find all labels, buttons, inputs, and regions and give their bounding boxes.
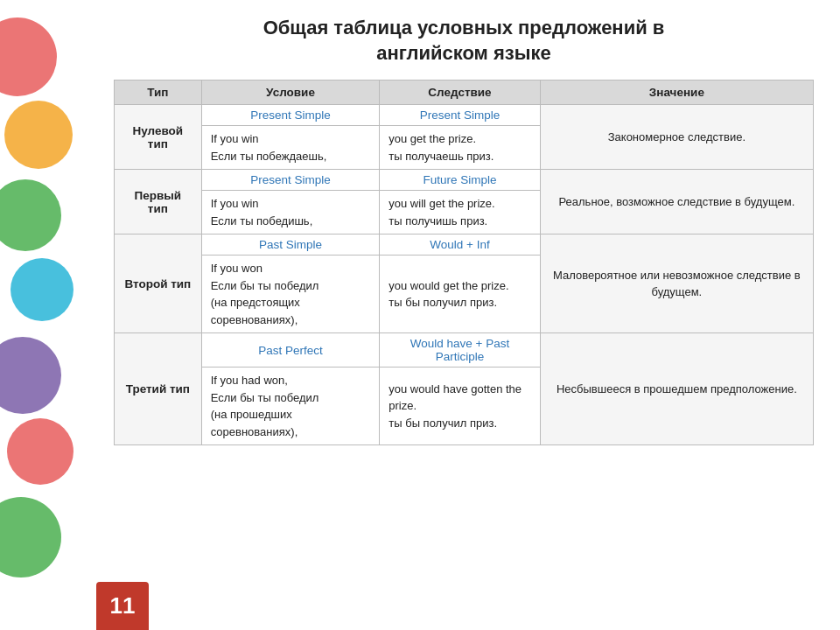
third-result-tense: Would have + Past Participle <box>380 333 540 368</box>
table-row: Первый тип Present Simple Future Simple … <box>115 170 814 191</box>
zero-result-example: you get the prize.ты получаешь приз. <box>380 126 540 170</box>
first-condition-tense: Present Simple <box>201 170 380 191</box>
first-result-tense: Future Simple <box>380 170 540 191</box>
table-row: Нулевой тип Present Simple Present Simpl… <box>115 105 814 126</box>
main-content: Общая таблица условных предложений в анг… <box>96 0 840 630</box>
second-condition-tense: Past Simple <box>201 234 380 256</box>
zero-condition-example: If you winЕсли ты побеждаешь, <box>201 126 380 170</box>
second-condition-example: If you wonЕсли бы ты победил(на предстоя… <box>201 256 380 333</box>
first-meaning: Реальное, возможное следствие в будущем. <box>540 170 813 234</box>
type-first: Первый тип <box>115 170 202 234</box>
type-second: Второй тип <box>115 234 202 333</box>
second-result-tense: Would + Inf <box>380 234 540 256</box>
table-row: Третий тип Past Perfect Would have + Pas… <box>115 333 814 368</box>
third-result-example: you would have gotten the prize.ты бы по… <box>380 368 540 445</box>
conditional-table: Тип Условие Следствие Значение Нулевой т… <box>114 80 814 445</box>
table-header-row: Тип Условие Следствие Значение <box>115 80 814 105</box>
zero-condition-tense: Present Simple <box>201 105 380 126</box>
second-result-example: you would get the prize.ты бы получил пр… <box>380 256 540 333</box>
first-condition-example: If you winЕсли ты победишь, <box>201 191 380 234</box>
zero-result-tense: Present Simple <box>380 105 540 126</box>
header-result: Следствие <box>380 80 540 105</box>
header-type: Тип <box>115 80 202 105</box>
type-zero: Нулевой тип <box>115 105 202 170</box>
header-condition: Условие <box>201 80 380 105</box>
third-condition-example: If you had won,Если бы ты победил(на про… <box>201 368 380 445</box>
first-result-example: you will get the prize.ты получишь приз. <box>380 191 540 234</box>
left-decoration <box>0 0 96 630</box>
header-meaning: Значение <box>540 80 813 105</box>
second-meaning: Маловероятное или невозможное следствие … <box>540 234 813 333</box>
table-row: Второй тип Past Simple Would + Inf Малов… <box>115 234 814 256</box>
third-condition-tense: Past Perfect <box>201 333 380 368</box>
type-third: Третий тип <box>115 333 202 445</box>
page-title: Общая таблица условных предложений в анг… <box>114 16 814 66</box>
third-meaning: Несбывшееся в прошедшем предположение. <box>540 333 813 445</box>
zero-meaning: Закономерное следствие. <box>540 105 813 170</box>
